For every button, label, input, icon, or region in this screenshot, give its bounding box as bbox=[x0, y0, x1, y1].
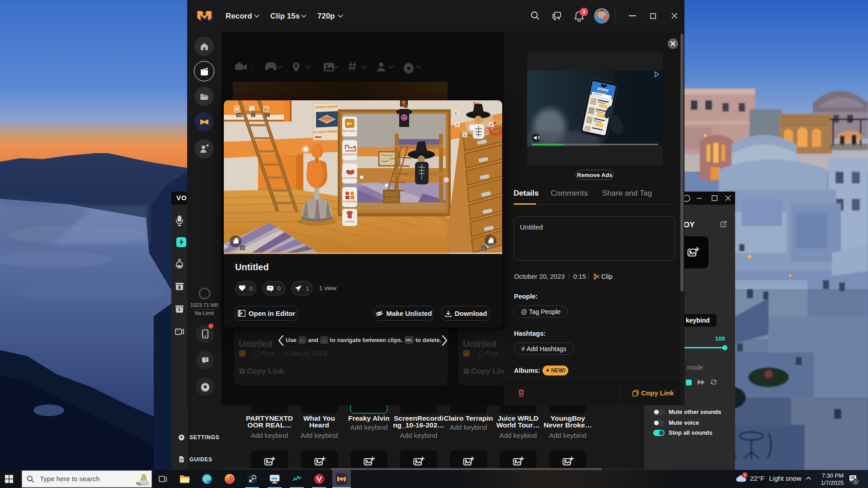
svg-text:FIGHT HOUSE: FIGHT HOUSE bbox=[342, 177, 358, 179]
svg-text:❄: ❄ bbox=[740, 480, 742, 483]
svg-text:TAB: TAB bbox=[237, 114, 242, 117]
svg-text:?: ? bbox=[204, 357, 207, 362]
svg-text:E: E bbox=[483, 247, 485, 250]
svg-text:CUSTOMIZE: CUSTOMIZE bbox=[343, 200, 357, 203]
svg-text:S: S bbox=[455, 112, 457, 115]
svg-text:X: X bbox=[464, 134, 466, 137]
svg-text:REC ROOM +: REC ROOM + bbox=[343, 130, 357, 132]
svg-text:T: T bbox=[456, 123, 458, 127]
svg-text:R+: R+ bbox=[347, 122, 353, 126]
svg-text:C: C bbox=[252, 114, 255, 117]
svg-text:OUTFITS: OUTFITS bbox=[345, 221, 355, 223]
svg-text:DORM SKINS: DORM SKINS bbox=[343, 153, 357, 156]
svg-text:V: V bbox=[490, 123, 492, 127]
svg-text:Q: Q bbox=[241, 247, 244, 250]
